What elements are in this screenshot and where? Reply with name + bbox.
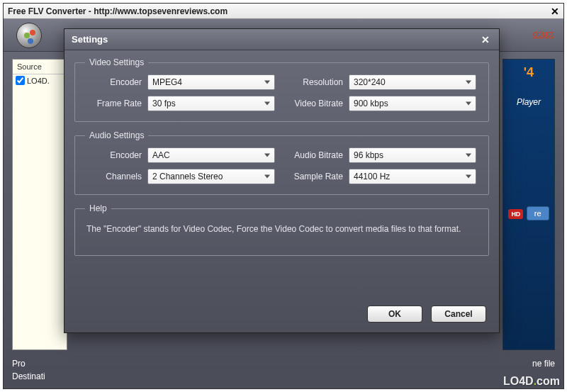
source-item-label: LO4D.	[27, 77, 50, 85]
ad-subtitle: Player	[503, 97, 554, 107]
channels-label: Channels	[85, 172, 142, 181]
app-logo-icon	[16, 23, 42, 48]
resolution-select[interactable]: 320*240	[349, 74, 476, 90]
audio-bitrate-select[interactable]: 96 kbps	[349, 147, 476, 163]
video-bitrate-value: 900 kbps	[354, 99, 388, 108]
help-text: The "Encoder" stands for Video Codec, Fo…	[85, 220, 478, 245]
hd-badge: HD	[508, 209, 523, 219]
video-encoder-value: MPEG4	[152, 77, 182, 87]
settings-dialog: Settings ✕ Video Settings Encoder MPEG4 …	[64, 28, 500, 333]
channels-select[interactable]: 2 Channels Stereo	[147, 169, 275, 184]
channels-value: 2 Channels Stereo	[152, 172, 223, 181]
watermark: LO4D.com	[503, 375, 560, 388]
close-icon[interactable]: ✕	[551, 6, 559, 17]
ad-more-button[interactable]: re	[527, 206, 549, 220]
close-icon[interactable]: ✕	[479, 33, 492, 46]
chevron-down-icon	[264, 175, 270, 179]
source-panel: Source LO4D.	[12, 59, 67, 350]
ad-panel: '4 Player HD re	[503, 59, 555, 350]
samplerate-select[interactable]: 44100 Hz	[349, 169, 476, 184]
video-encoder-select[interactable]: MPEG4	[147, 74, 275, 90]
window-title: Free FLV Converter - http://www.topseven…	[8, 6, 228, 16]
audio-bitrate-label: Audio Bitrate	[286, 150, 343, 160]
chevron-down-icon	[466, 154, 471, 157]
resolution-label: Resolution	[286, 77, 343, 87]
samplerate-value: 44100 Hz	[354, 172, 390, 181]
chevron-down-icon	[466, 175, 471, 179]
ad-heading: '4	[503, 65, 554, 80]
bottom-tail: ne file	[532, 359, 555, 369]
chevron-down-icon	[466, 81, 471, 84]
dialog-titlebar: Settings ✕	[64, 29, 499, 50]
audio-bitrate-value: 96 kbps	[354, 150, 383, 160]
framerate-label: Frame Rate	[85, 99, 142, 108]
resolution-value: 320*240	[354, 77, 386, 87]
product-link[interactable]: oduct	[533, 29, 554, 39]
audio-encoder-select[interactable]: AAC	[147, 147, 275, 163]
dialog-title: Settings	[72, 34, 108, 45]
profile-label: Pro	[12, 359, 63, 369]
dialog-buttons: OK Cancel	[367, 306, 486, 323]
help-group: Help The "Encoder" stands for Video Code…	[74, 203, 489, 256]
help-legend: Help	[85, 203, 111, 213]
dialog-body: Video Settings Encoder MPEG4 Resolution …	[64, 50, 499, 256]
samplerate-label: Sample Rate	[286, 172, 343, 181]
chevron-down-icon	[466, 102, 471, 106]
chevron-down-icon	[264, 81, 270, 84]
source-checkbox[interactable]	[16, 76, 25, 85]
destination-label: Destinati	[12, 371, 63, 381]
video-settings-group: Video Settings Encoder MPEG4 Resolution …	[74, 57, 489, 122]
source-item[interactable]: LO4D.	[13, 74, 67, 86]
framerate-value: 30 fps	[152, 99, 176, 108]
video-bitrate-label: Video Bitrate	[286, 99, 343, 108]
video-bitrate-select[interactable]: 900 kbps	[349, 96, 476, 111]
audio-settings-group: Audio Settings Encoder AAC Audio Bitrate…	[74, 130, 489, 195]
source-header: Source	[13, 60, 67, 74]
chevron-down-icon	[264, 154, 270, 157]
encoder-label: Encoder	[85, 77, 142, 87]
cancel-button[interactable]: Cancel	[431, 306, 486, 323]
main-titlebar: Free FLV Converter - http://www.topseven…	[4, 4, 563, 19]
main-bottom-bar: Pro ne file Destinati	[12, 356, 555, 381]
ok-button[interactable]: OK	[367, 306, 422, 323]
video-settings-legend: Video Settings	[85, 57, 148, 67]
chevron-down-icon	[264, 102, 270, 106]
audio-encoder-label: Encoder	[85, 150, 142, 160]
audio-encoder-value: AAC	[152, 150, 170, 160]
audio-settings-legend: Audio Settings	[85, 130, 148, 140]
framerate-select[interactable]: 30 fps	[147, 96, 275, 111]
